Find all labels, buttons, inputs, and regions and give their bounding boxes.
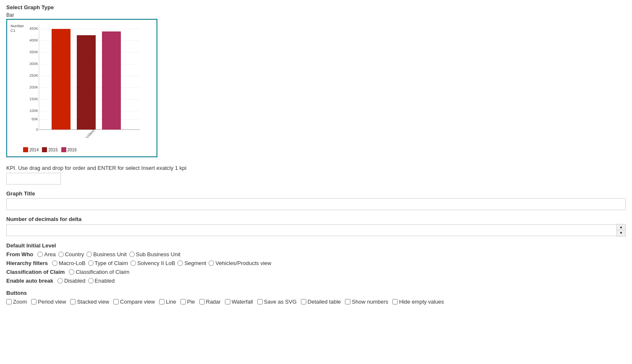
checkbox-compare-view[interactable]: Compare view xyxy=(113,299,155,305)
checkbox-show-numbers-input[interactable] xyxy=(345,299,350,304)
checkbox-waterfall-input[interactable] xyxy=(225,299,230,304)
radio-type-of-claim-label: Type of Claim xyxy=(95,260,128,266)
checkbox-period-view[interactable]: Period view xyxy=(31,299,66,305)
checkbox-radar-label: Radar xyxy=(206,299,221,305)
classification-of-claim-row: Classification of Claim Classification o… xyxy=(6,269,626,275)
checkbox-detailed-table-input[interactable] xyxy=(301,299,306,304)
decimals-input-row: ▲ ▼ xyxy=(6,224,626,237)
radio-enabled-label: Enabled xyxy=(95,278,115,284)
legend-2016: 2016 xyxy=(61,147,77,152)
radio-enabled-input[interactable] xyxy=(88,278,94,283)
legend-label-2016: 2016 xyxy=(68,148,77,152)
spinner-down-btn[interactable]: ▼ xyxy=(617,230,625,236)
bar-chart-svg: 450K 400K 350K 300K 250K 200K 150K 100K xyxy=(26,25,148,138)
radio-area[interactable]: Area xyxy=(37,251,55,257)
checkbox-stacked-view[interactable]: Stacked view xyxy=(70,299,109,305)
checkbox-hide-empty-values-input[interactable] xyxy=(392,299,398,304)
radio-macro-lob-input[interactable] xyxy=(52,260,57,266)
checkbox-detailed-table-label: Detailed table xyxy=(308,299,341,305)
graph-title-label: Graph Title xyxy=(6,190,626,197)
hierarchy-filters-label: Hierarchy filters xyxy=(6,260,48,266)
checkbox-compare-view-input[interactable] xyxy=(113,299,119,304)
kpi-label: KPI. Use drag and drop for order and ENT… xyxy=(6,165,626,171)
radio-business-unit-label: Business Unit xyxy=(93,251,126,257)
buttons-label: Buttons xyxy=(6,290,626,296)
auto-break-label: Enable auto break xyxy=(6,278,53,284)
radio-solvency-ii-lob-input[interactable] xyxy=(131,260,136,266)
radio-sub-business-unit-input[interactable] xyxy=(129,252,135,257)
radio-country[interactable]: Country xyxy=(58,251,84,257)
radio-classification-of-claim-label: Classification of Claim xyxy=(76,269,129,275)
bar-2014 xyxy=(52,29,71,130)
kpi-input[interactable] xyxy=(6,173,61,185)
svg-text:Accident: Accident xyxy=(82,128,96,138)
svg-text:450K: 450K xyxy=(29,26,38,31)
radio-type-of-claim-input[interactable] xyxy=(88,260,94,266)
radio-vehicles-products-view-label: Vehicles/Products view xyxy=(215,260,271,266)
legend-swatch-2014 xyxy=(23,147,28,152)
default-initial-level-section: Default Initial Level From Who Area Coun… xyxy=(6,242,626,275)
from-who-row: From Who Area Country Business Unit Sub … xyxy=(6,251,626,257)
kpi-section: KPI. Use drag and drop for order and ENT… xyxy=(6,165,626,185)
radio-business-unit-input[interactable] xyxy=(86,252,92,257)
radio-disabled[interactable]: Disabled xyxy=(57,278,86,284)
checkbox-compare-view-label: Compare view xyxy=(120,299,155,305)
radio-classification-of-claim-input[interactable] xyxy=(69,269,74,275)
checkbox-period-view-input[interactable] xyxy=(31,299,37,304)
legend-2015: 2015 xyxy=(42,147,57,152)
radio-vehicles-products-view-input[interactable] xyxy=(209,260,214,266)
spinner-buttons: ▲ ▼ xyxy=(616,224,626,237)
radio-classification-of-claim[interactable]: Classification of Claim xyxy=(69,269,129,275)
hierarchy-filters-row: Hierarchy filters Macro-LoB Type of Clai… xyxy=(6,260,626,266)
decimals-section: Number of decimals for delta ▲ ▼ xyxy=(6,216,626,237)
checkbox-stacked-view-input[interactable] xyxy=(70,299,76,304)
radio-sub-business-unit[interactable]: Sub Business Unit xyxy=(129,251,180,257)
checkbox-detailed-table[interactable]: Detailed table xyxy=(301,299,341,305)
auto-break-row: Enable auto break Disabled Enabled xyxy=(6,278,626,284)
radio-segment-label: Segment xyxy=(184,260,206,266)
legend-label-2015: 2015 xyxy=(48,148,57,152)
radio-macro-lob-label: Macro-LoB xyxy=(59,260,86,266)
graph-type-bar-label: Bar xyxy=(6,12,626,18)
chart-legend: 2014 2015 2016 xyxy=(23,147,77,152)
checkbox-line-input[interactable] xyxy=(159,299,165,304)
checkbox-waterfall[interactable]: Waterfall xyxy=(225,299,253,305)
checkbox-zoom-input[interactable] xyxy=(6,299,12,304)
checkbox-line[interactable]: Line xyxy=(159,299,176,305)
buttons-section: Buttons Zoom Period view Stacked view Co… xyxy=(6,290,626,305)
checkbox-waterfall-label: Waterfall xyxy=(232,299,253,305)
checkbox-show-numbers-label: Show numbers xyxy=(352,299,388,305)
default-initial-level-label: Default Initial Level xyxy=(6,242,626,249)
radio-country-input[interactable] xyxy=(58,252,64,257)
checkbox-save-as-svg-input[interactable] xyxy=(257,299,263,304)
graph-title-input[interactable] xyxy=(6,198,626,210)
checkbox-save-as-svg[interactable]: Save as SVG xyxy=(257,299,297,305)
radio-sub-business-unit-label: Sub Business Unit xyxy=(136,251,180,257)
checkbox-pie-input[interactable] xyxy=(180,299,186,304)
svg-text:250K: 250K xyxy=(29,73,38,78)
svg-text:300K: 300K xyxy=(29,62,38,66)
classification-of-claim-section-label: Classification of Claim xyxy=(6,269,65,275)
radio-type-of-claim[interactable]: Type of Claim xyxy=(88,260,128,266)
radio-segment-input[interactable] xyxy=(178,260,183,266)
radio-solvency-ii-lob[interactable]: Solvency II LoB xyxy=(131,260,175,266)
checkbox-radar-input[interactable] xyxy=(199,299,205,304)
radio-macro-lob[interactable]: Macro-LoB xyxy=(52,260,86,266)
bar-2015 xyxy=(77,35,96,130)
radio-disabled-input[interactable] xyxy=(57,278,63,283)
radio-business-unit[interactable]: Business Unit xyxy=(86,251,126,257)
legend-2014: 2014 xyxy=(23,147,39,152)
svg-text:350K: 350K xyxy=(29,50,38,54)
checkbox-zoom[interactable]: Zoom xyxy=(6,299,27,305)
radio-area-input[interactable] xyxy=(37,252,43,257)
radio-segment[interactable]: Segment xyxy=(178,260,206,266)
radio-vehicles-products-view[interactable]: Vehicles/Products view xyxy=(209,260,271,266)
radio-enabled[interactable]: Enabled xyxy=(88,278,115,284)
spinner-up-btn[interactable]: ▲ xyxy=(617,224,625,230)
checkbox-hide-empty-values[interactable]: Hide empty values xyxy=(392,299,444,305)
decimals-input[interactable] xyxy=(6,224,616,236)
checkbox-show-numbers[interactable]: Show numbers xyxy=(345,299,388,305)
checkbox-hide-empty-values-label: Hide empty values xyxy=(399,299,444,305)
checkbox-radar[interactable]: Radar xyxy=(199,299,221,305)
checkbox-pie[interactable]: Pie xyxy=(180,299,195,305)
